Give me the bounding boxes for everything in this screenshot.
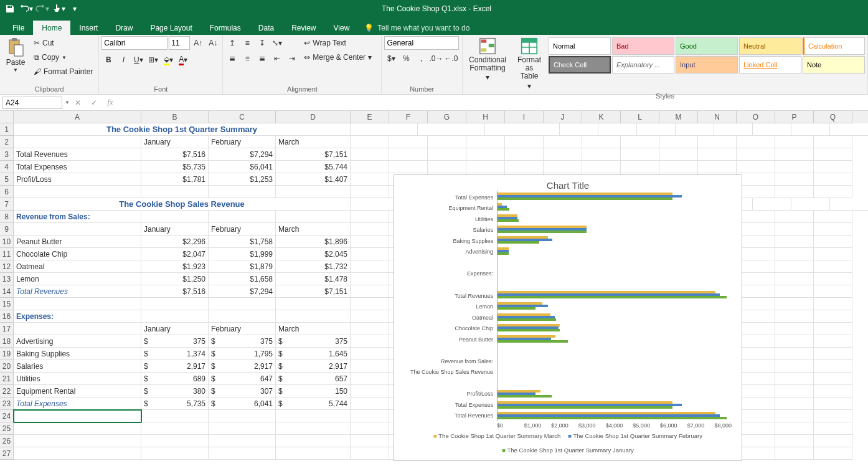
- cell-D23[interactable]: $5,744: [276, 397, 351, 410]
- cell-O2[interactable]: [737, 136, 775, 148]
- cell-O4[interactable]: [737, 161, 775, 173]
- cell-Q11[interactable]: [814, 248, 852, 260]
- cell-G1[interactable]: [637, 123, 676, 136]
- cell-L3[interactable]: [621, 148, 659, 161]
- cell-E25[interactable]: [351, 422, 389, 435]
- row-header-2[interactable]: 2: [0, 136, 14, 148]
- cell-Q20[interactable]: [814, 360, 852, 373]
- cell-E3[interactable]: [351, 148, 389, 161]
- cell-K3[interactable]: [582, 148, 621, 161]
- style-note[interactable]: Note: [803, 56, 865, 74]
- cell-A22[interactable]: Equipment Rental: [14, 385, 141, 397]
- cell-D2[interactable]: March: [276, 136, 351, 148]
- bold-button[interactable]: B: [101, 53, 115, 67]
- cell-D20[interactable]: $2,917: [276, 360, 351, 373]
- cell-A24[interactable]: [14, 410, 141, 422]
- format-painter-button[interactable]: 🖌Format Painter: [31, 65, 96, 79]
- align-center-button[interactable]: ≡: [240, 52, 254, 65]
- align-left-button[interactable]: ≣: [225, 52, 239, 65]
- cell-Q16[interactable]: [814, 310, 852, 323]
- cell-C2[interactable]: February: [209, 136, 276, 148]
- cell-Q21[interactable]: [814, 373, 852, 385]
- cell-C6[interactable]: [209, 186, 276, 198]
- cell-Q2[interactable]: [814, 136, 852, 148]
- row-header-9[interactable]: 9: [0, 223, 14, 236]
- cell-I4[interactable]: [505, 161, 544, 173]
- cell-B17[interactable]: January: [141, 323, 209, 335]
- row-header-15[interactable]: 15: [0, 298, 14, 310]
- column-header-h[interactable]: H: [466, 111, 505, 123]
- cell-A16[interactable]: Expenses:: [14, 310, 141, 323]
- cell-N4[interactable]: [698, 161, 737, 173]
- tab-home[interactable]: Home: [33, 21, 70, 35]
- cell-C21[interactable]: $647: [209, 373, 276, 385]
- percent-format-button[interactable]: %: [399, 52, 413, 65]
- cell-C16[interactable]: [209, 310, 276, 323]
- cell-E27[interactable]: [351, 447, 389, 460]
- cell-Q8[interactable]: [814, 211, 852, 223]
- cell-Q3[interactable]: [814, 148, 852, 161]
- cell-J2[interactable]: [544, 136, 582, 148]
- cell-A17[interactable]: [14, 323, 141, 335]
- cell-N2[interactable]: [698, 136, 737, 148]
- row-header-11[interactable]: 11: [0, 248, 14, 260]
- cell-E20[interactable]: [351, 360, 389, 373]
- column-header-a[interactable]: A: [14, 111, 141, 123]
- cell-C8[interactable]: [209, 211, 276, 223]
- font-name-combo[interactable]: [101, 36, 167, 50]
- cell-E8[interactable]: [351, 211, 389, 223]
- cell-B13[interactable]: $1,250: [141, 273, 209, 285]
- row-header-18[interactable]: 18: [0, 335, 14, 348]
- cell-C10[interactable]: $1,758: [209, 236, 276, 248]
- cell-B18[interactable]: $375: [141, 335, 209, 348]
- cell-D10[interactable]: $1,896: [276, 236, 351, 248]
- cell-J7[interactable]: [753, 198, 791, 211]
- row-header-3[interactable]: 3: [0, 148, 14, 161]
- cell-Q10[interactable]: [814, 236, 852, 248]
- cell-A11[interactable]: Chocolate Chip: [14, 248, 141, 260]
- cell-Q12[interactable]: [814, 260, 852, 273]
- row-header-13[interactable]: 13: [0, 273, 14, 285]
- cell-B5[interactable]: $1,781: [141, 173, 209, 186]
- cell-D3[interactable]: $7,151: [276, 148, 351, 161]
- tab-file[interactable]: File: [4, 21, 33, 35]
- align-bottom-button[interactable]: ↧: [255, 36, 269, 50]
- cell-F4[interactable]: [389, 161, 428, 173]
- column-header-l[interactable]: L: [621, 111, 659, 123]
- cell-C18[interactable]: $375: [209, 335, 276, 348]
- cell-E4[interactable]: [351, 161, 389, 173]
- cell-P19[interactable]: [775, 348, 814, 360]
- cell-E9[interactable]: [351, 223, 389, 236]
- cell-M3[interactable]: [659, 148, 698, 161]
- cell-D16[interactable]: [276, 310, 351, 323]
- row-header-5[interactable]: 5: [0, 173, 14, 186]
- cell-B21[interactable]: $689: [141, 373, 209, 385]
- cell-H1[interactable]: [676, 123, 714, 136]
- cell-B10[interactable]: $2,296: [141, 236, 209, 248]
- cell-A6[interactable]: [14, 186, 141, 198]
- tab-formulas[interactable]: Formulas: [201, 21, 250, 35]
- column-header-c[interactable]: C: [209, 111, 276, 123]
- cell-P10[interactable]: [775, 236, 814, 248]
- cell-E26[interactable]: [351, 435, 389, 447]
- cell-C17[interactable]: February: [209, 323, 276, 335]
- cell-H2[interactable]: [466, 136, 505, 148]
- cell-P18[interactable]: [775, 335, 814, 348]
- style-bad[interactable]: Bad: [612, 37, 674, 55]
- cell-G4[interactable]: [428, 161, 466, 173]
- decrease-font-button[interactable]: A↓: [206, 36, 220, 50]
- cell-B23[interactable]: $5,735: [141, 397, 209, 410]
- cancel-formula-button[interactable]: ✕: [70, 98, 86, 107]
- cell-I3[interactable]: [505, 148, 544, 161]
- cell-A19[interactable]: Baking Supplies: [14, 348, 141, 360]
- cell-B25[interactable]: [141, 422, 209, 435]
- column-header-m[interactable]: M: [659, 111, 698, 123]
- cell-O17[interactable]: [737, 323, 775, 335]
- cell-L1[interactable]: [830, 123, 868, 136]
- cell-D17[interactable]: March: [276, 323, 351, 335]
- cell-styles-gallery[interactable]: Normal Bad Good Neutral Calculation Chec…: [549, 36, 865, 74]
- cell-J1[interactable]: [753, 123, 791, 136]
- cell-K7[interactable]: [791, 198, 830, 211]
- row-header-20[interactable]: 20: [0, 360, 14, 373]
- column-header-b[interactable]: B: [141, 111, 209, 123]
